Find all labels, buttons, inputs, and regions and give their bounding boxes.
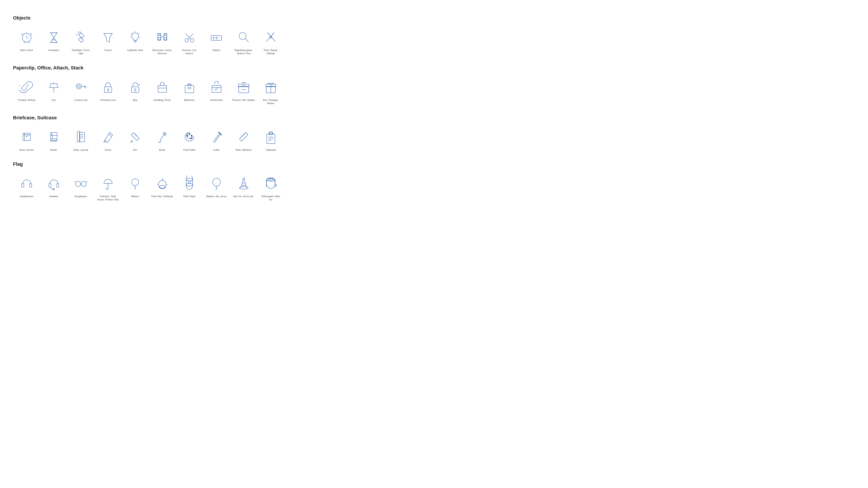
svg-marker-5 [79, 33, 84, 38]
svg-line-38 [272, 33, 274, 34]
hourglass-label: Hourglass [49, 48, 59, 52]
svg-line-8 [76, 34, 78, 35]
alarm-clock-icon [19, 30, 34, 45]
icon-cell-flashlight: Flashlight, Torch, Light [67, 25, 94, 59]
eyeglasses-icon [73, 176, 89, 191]
svg-rect-95 [49, 184, 51, 187]
svg-point-118 [267, 178, 275, 189]
svg-marker-9 [104, 33, 113, 42]
books-label: Books [50, 148, 57, 152]
icon-cell-ballot-box: Archive Box [203, 75, 230, 108]
toilet-paper-label: Toilet Paper [183, 195, 195, 198]
flag-grid: Headphones Headset Eyeglasses [13, 171, 855, 205]
gift-label: Box, Package, Deliver [259, 98, 282, 105]
briefcase-title: Briefcase, Suitcase [13, 115, 855, 121]
icon-cell-ruler: Ruler, Measure [230, 125, 257, 155]
cutter-label: Cutter [213, 148, 220, 152]
svg-point-112 [213, 178, 220, 186]
svg-point-114 [239, 187, 248, 189]
svg-line-37 [268, 33, 269, 34]
eyeglasses-label: Eyeglasses [75, 195, 87, 198]
icon-cell-gift: Box, Package, Deliver [257, 75, 284, 108]
icon-cell-scissors: Scissors, Cut, Haircut [176, 25, 203, 59]
battery-label: Battery [213, 48, 220, 52]
handbag-label: Ballot box [184, 98, 194, 102]
svg-line-71 [109, 134, 111, 136]
magnifying-glass-label: Magnifying glass, Search, Find [232, 48, 255, 55]
binoculars-label: Binoculars, Camp, Discover [151, 48, 174, 55]
objects-title: Objects [13, 15, 855, 21]
headset-icon [46, 176, 61, 191]
icon-cell-bag: Handbag, Purse [149, 75, 176, 108]
icon-cell-handbag: Ballot box [176, 75, 203, 108]
svg-rect-93 [22, 184, 24, 187]
pushpin-label: Key [52, 98, 56, 102]
svg-point-105 [158, 181, 166, 188]
binoculars-icon [155, 30, 170, 45]
pencil-label: Pencil [105, 148, 111, 152]
svg-rect-27 [211, 36, 222, 40]
flashlight-icon [73, 30, 89, 45]
svg-point-32 [239, 33, 246, 39]
brush-icon [155, 129, 170, 144]
headphones-label: Headphones [20, 195, 33, 198]
svg-line-101 [75, 181, 75, 182]
svg-point-47 [107, 89, 109, 91]
locked-lock-icon [100, 79, 116, 95]
clipboard-icon [263, 129, 278, 144]
svg-line-113 [216, 188, 217, 190]
icon-cell-circus-hat: Hat, fun, circus hat, [230, 171, 257, 205]
balloon-label: Balloon [131, 195, 139, 198]
svg-point-120 [269, 179, 273, 181]
svg-rect-96 [57, 184, 59, 187]
icon-cell-toilet-roll: Toilet paper, toilet, loo [257, 171, 284, 205]
locked-lock-label: Unlocked Lock [100, 98, 116, 102]
svg-point-50 [134, 89, 136, 91]
icon-cell-paint-pallet: Paint Pallet [176, 125, 203, 155]
svg-line-13 [138, 33, 139, 34]
book-school-icon [19, 129, 34, 144]
svg-point-99 [81, 181, 86, 187]
svg-rect-67 [80, 132, 85, 142]
svg-line-73 [134, 134, 137, 136]
scissors-label: Scissors, Cut, Haircut [178, 48, 201, 55]
icon-cell-pencil: Pencil [94, 125, 122, 155]
books-icon [46, 129, 61, 144]
icon-cell-funnel: Funnel [94, 25, 122, 59]
ballot-box-label: Archive Box [210, 98, 223, 102]
diary-label: Diary, Journal [73, 148, 88, 152]
svg-point-21 [158, 37, 161, 40]
flag-title: Flag [13, 161, 855, 167]
unlocked-lock-icon [128, 79, 143, 95]
svg-line-25 [188, 34, 193, 39]
key-label: Locked Lock [74, 98, 88, 102]
battery-icon [209, 30, 224, 45]
svg-point-109 [186, 178, 193, 181]
icon-cell-paperclip: Pushpin, Writing [13, 75, 40, 108]
circus-hat-icon [236, 176, 251, 191]
headphones-icon [19, 176, 34, 191]
icon-cell-binoculars: Binoculars, Camp, Discover [149, 25, 176, 59]
svg-rect-55 [188, 87, 191, 89]
brush-label: Brush [159, 148, 165, 152]
svg-point-41 [76, 84, 82, 89]
icon-cell-alarm-clock: Alarm Clock [13, 25, 40, 59]
paint-pallet-label: Paint Pallet [183, 148, 195, 152]
briefcase-section: Briefcase, Suitcase Book, School Books [13, 115, 855, 155]
pencil-icon [100, 129, 116, 144]
toilet-roll-icon [263, 176, 278, 191]
svg-line-33 [245, 39, 249, 42]
svg-rect-52 [158, 86, 167, 92]
icon-cell-diary: Diary, Journal [67, 125, 94, 155]
clipboard-label: Clipboard [266, 148, 276, 152]
paperclip-grid: Pushpin, Writing Key Locked Lock [13, 75, 855, 108]
circus-hat-label: Hat, fun, circus hat, [233, 195, 254, 198]
briefcase-grid: Book, School Books Diary, Journal [13, 125, 855, 155]
svg-line-121 [275, 184, 277, 185]
flashlight-label: Flashlight, Torch, Light [69, 48, 92, 55]
icon-cell-pushpin: Key [40, 75, 67, 108]
icon-cell-archive-box: Present, Gift, Holiday [230, 75, 257, 108]
svg-point-111 [188, 181, 191, 184]
umbrella-icon [100, 176, 116, 191]
icon-cell-umbrella: Umbrella , Safe, Insure, Protect, Risk [94, 171, 122, 205]
